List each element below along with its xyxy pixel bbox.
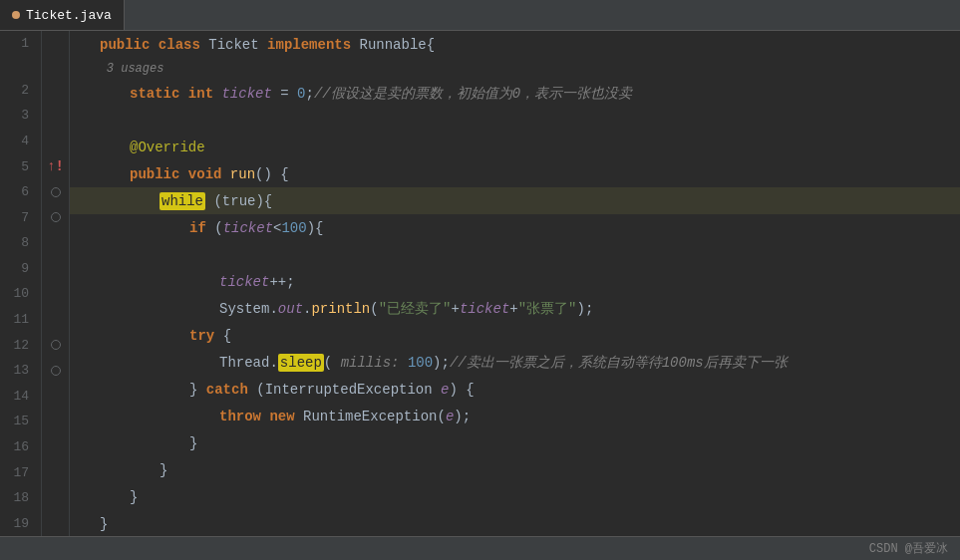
gutter-1 [42,31,69,57]
code-line-3 [70,107,960,134]
code-line-12: Thread.sleep( millis: 100);//卖出一张票之后，系统自… [70,349,960,376]
line-num-9: 9 [4,256,33,282]
breakpoint-arrow-icon: ↑! [47,158,64,174]
code-line-13: } catch (InterruptedException e) { [70,376,960,403]
line-num-19: 19 [4,511,33,536]
gutter-10 [42,281,69,307]
line-num-1: 1 [4,31,33,57]
code-line-15: } [70,429,960,456]
gutter-circle-13 [51,366,61,376]
code-content: public class Ticket implements Runnable{… [70,31,960,536]
line-num-3: 3 [4,103,33,129]
line-num-17: 17 [4,459,33,485]
gutter-9 [42,256,69,282]
sleep-highlight: sleep [278,354,324,372]
code-line-14: throw new RuntimeException(e); [70,403,960,429]
gutter: ↑! [42,31,70,536]
code-line-17: } [70,483,960,510]
line-num-6: 6 [4,179,33,205]
gutter-4 [42,129,69,154]
line-num-12: 12 [4,332,33,358]
file-tab[interactable]: Ticket.java [0,0,125,30]
tab-label: Ticket.java [26,8,112,23]
gutter-7 [42,204,69,230]
line-num-18: 18 [4,485,33,511]
gutter-8 [42,230,69,256]
gutter-15 [42,409,69,434]
line-num-13: 13 [4,358,33,384]
code-line-2: static int ticket = 0;//假设这是卖的票数，初始值为0，表… [70,80,960,107]
gutter-circle-6 [51,187,61,197]
line-num-14: 14 [4,384,33,410]
gutter-14 [42,384,69,410]
code-line-18: } [70,510,960,536]
code-line-6: while (true){ [70,187,960,214]
line-num-4: 4 [4,129,33,154]
code-line-1: public class Ticket implements Runnable{ [70,31,960,58]
code-line-9: ticket++; [70,268,960,295]
gutter-11 [42,307,69,333]
code-line-5: public void run() { [70,160,960,187]
line-num-7: 7 [4,204,33,230]
line-num-11: 11 [4,307,33,333]
code-line-16: } [70,456,960,483]
gutter-17 [42,459,69,485]
gutter-12 [42,332,69,358]
line-num-16: 16 [4,434,33,460]
gutter-5: ↑! [42,153,69,179]
usages-hint: 3 usages [70,58,960,80]
code-line-11: try { [70,322,960,349]
line-num-usages [4,57,33,78]
gutter-3 [42,103,69,129]
line-num-8: 8 [4,230,33,256]
code-line-4: @Override [70,134,960,160]
editor-container: Ticket.java 1 2 3 4 5 6 7 8 9 10 11 12 1… [0,0,960,560]
code-area: 1 2 3 4 5 6 7 8 9 10 11 12 13 14 15 16 1… [0,31,960,536]
line-numbers: 1 2 3 4 5 6 7 8 9 10 11 12 13 14 15 16 1… [0,31,42,536]
gutter-usages [42,57,69,78]
gutter-circle-12 [51,340,61,350]
gutter-2 [42,77,69,103]
line-num-5: 5 [4,153,33,179]
while-highlight: while [160,192,205,210]
status-bar: CSDN @吾爱冰 [0,536,960,560]
code-line-8 [70,241,960,268]
gutter-6 [42,179,69,205]
gutter-18 [42,485,69,511]
code-line-7: if (ticket<100){ [70,214,960,241]
gutter-13 [42,358,69,384]
code-line-10: System.out.println("已经卖了"+ticket+"张票了"); [70,295,960,322]
gutter-19 [42,511,69,536]
line-num-10: 10 [4,281,33,307]
gutter-16 [42,434,69,460]
gutter-circle-7 [51,212,61,222]
line-num-15: 15 [4,409,33,434]
tab-bar: Ticket.java [0,0,960,31]
tab-dot-icon [12,11,20,19]
attribution-text: CSDN @吾爱冰 [869,540,948,557]
line-num-2: 2 [4,77,33,103]
